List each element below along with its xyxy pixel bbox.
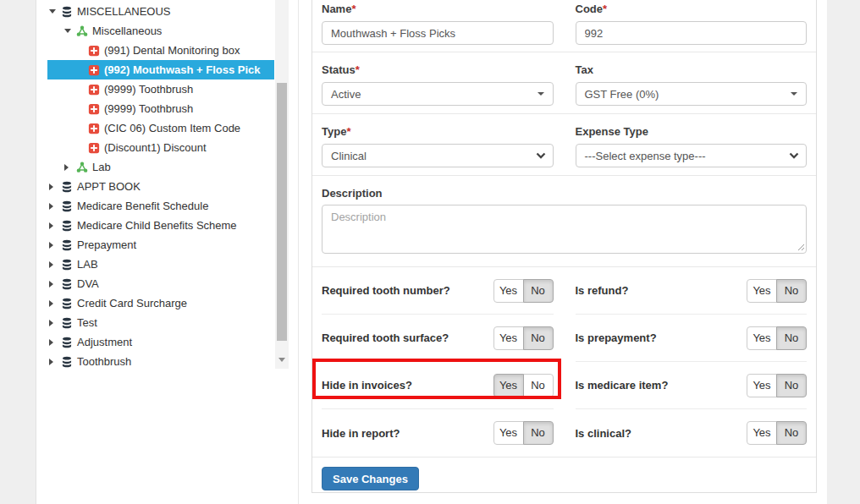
tree-item-label: Credit Card Surcharge — [77, 297, 187, 310]
yes-button[interactable]: Yes — [493, 374, 524, 397]
caret-right-icon[interactable] — [49, 242, 56, 249]
database-icon — [61, 278, 73, 290]
toggle-question-label: Is refund? — [576, 284, 629, 297]
yes-button[interactable]: Yes — [747, 374, 777, 397]
caret-right-icon[interactable] — [49, 281, 56, 288]
caret-down-icon[interactable] — [64, 29, 71, 33]
caret-right-icon[interactable] — [49, 339, 56, 346]
medical-plus-icon — [88, 84, 100, 96]
description-textarea[interactable] — [322, 205, 807, 254]
caret-down-icon — [791, 92, 797, 96]
type-expense-section: Type* Clinical Expense Type ---Select ex… — [312, 114, 816, 176]
caret-right-icon[interactable] — [49, 320, 56, 326]
tree-item-miscellaneous[interactable]: Miscellaneous — [36, 21, 298, 41]
code-input[interactable] — [576, 21, 808, 45]
no-button[interactable]: No — [523, 326, 554, 350]
caret-down-icon[interactable] — [49, 9, 56, 14]
medical-plus-icon — [88, 45, 100, 57]
no-button[interactable]: No — [776, 374, 807, 397]
caret-right-icon[interactable] — [49, 300, 56, 307]
yes-button[interactable]: Yes — [493, 279, 524, 303]
medical-plus-icon — [88, 142, 100, 154]
tree-item-991-dental-monitoring-box[interactable]: (991) Dental Monitoring box — [36, 41, 298, 60]
no-button[interactable]: No — [523, 421, 554, 445]
status-dropdown[interactable]: Active — [322, 82, 554, 106]
no-button[interactable]: No — [523, 279, 554, 303]
caret-right-icon[interactable] — [49, 222, 56, 229]
tree-item-label: DVA — [77, 277, 99, 290]
no-button[interactable]: No — [776, 326, 807, 350]
tax-dropdown[interactable]: GST Free (0%) — [576, 82, 808, 106]
tree-item-label: Lab — [92, 161, 111, 173]
toggle-question-label: Required tooth surface? — [322, 331, 449, 344]
tree-item-test[interactable]: Test — [36, 313, 298, 332]
tree-item-label: MISCELLANEOUS — [77, 5, 171, 18]
caret-right-icon[interactable] — [64, 164, 71, 171]
tree-item-credit-card-surcharge[interactable]: Credit Card Surcharge — [36, 293, 298, 313]
no-button[interactable]: No — [523, 374, 554, 397]
tree-item-label: LAB — [77, 258, 98, 271]
toggle-required-tooth-surface: Required tooth surface? Yes No — [322, 315, 554, 362]
medical-plus-icon — [88, 123, 100, 134]
required-asterisk: * — [346, 125, 350, 138]
tree-item-label: (9999) Toothbrush — [104, 83, 193, 96]
caret-right-icon[interactable] — [49, 359, 56, 365]
save-changes-button[interactable]: Save Changes — [322, 467, 419, 490]
sidebar-scrollbar[interactable] — [275, 0, 289, 369]
type-label: Type — [322, 125, 346, 138]
tree-item-cic06-custom-item-code[interactable]: (CIC 06) Custom Item Code — [36, 118, 298, 138]
caret-right-icon[interactable] — [49, 184, 56, 190]
toggle-hide-in-report: Hide in report? Yes No — [322, 409, 554, 457]
content-card: MISCELLANEOUS Miscellaneous (991) Dental… — [36, 0, 827, 504]
yes-button[interactable]: Yes — [747, 421, 777, 445]
tree-item-appt-book[interactable]: APPT BOOK — [36, 177, 298, 196]
no-button[interactable]: No — [776, 279, 807, 303]
tree-item-medicare-child-benefits-scheme[interactable]: Medicare Child Benefits Scheme — [36, 216, 298, 235]
yes-button[interactable]: Yes — [493, 421, 524, 445]
caret-right-icon[interactable] — [49, 203, 56, 210]
tree-item-label: Test — [77, 316, 97, 329]
name-input[interactable] — [322, 21, 554, 45]
tree-item-label: (Discount1) Discount — [104, 141, 207, 154]
toggle-is-refund: Is refund? Yes No — [576, 267, 808, 315]
required-asterisk: * — [356, 63, 360, 76]
no-button[interactable]: No — [776, 421, 807, 445]
toggle-options-section: Required tooth number? Yes No Is refund?… — [312, 267, 816, 457]
tree-item-lab[interactable]: Lab — [36, 157, 298, 177]
tree-item-9999-toothbrush-1[interactable]: (9999) Toothbrush — [36, 79, 298, 99]
tree-item-lab-upper[interactable]: LAB — [36, 255, 298, 274]
toggle-question-label: Is clinical? — [576, 427, 631, 440]
tree-item-dva[interactable]: DVA — [36, 274, 298, 293]
caret-right-icon[interactable] — [49, 261, 56, 268]
status-tax-section: Status* Active Tax GST Free (0%) — [312, 52, 816, 114]
tree-item-adjustment[interactable]: Adjustment — [36, 332, 298, 352]
expense-type-select[interactable]: ---Select expense type--- — [576, 144, 808, 167]
tree-item-medicare-benefit-schedule[interactable]: Medicare Benefit Schedule — [36, 196, 298, 216]
tree-item-9999-toothbrush-2[interactable]: (9999) Toothbrush — [36, 99, 298, 118]
tax-value: GST Free (0%) — [585, 88, 659, 101]
tax-label: Tax — [576, 63, 593, 76]
name-label: Name — [322, 3, 351, 15]
chevron-down-icon — [536, 152, 546, 159]
scrollbar-down-arrow-icon[interactable] — [275, 353, 289, 365]
yes-button[interactable]: Yes — [493, 326, 524, 350]
tree-item-prepayment[interactable]: Prepayment — [36, 235, 298, 255]
tree-item-label: Adjustment — [77, 336, 132, 348]
tree-item-label: Medicare Child Benefits Scheme — [77, 219, 237, 232]
tree-item-discount1-discount[interactable]: (Discount1) Discount — [36, 138, 298, 157]
tree-item-992-mouthwash-floss-pick[interactable]: (992) Mouthwash + Floss Pick — [36, 60, 298, 79]
yes-button[interactable]: Yes — [747, 279, 777, 303]
database-icon — [61, 317, 73, 329]
scrollbar-thumb[interactable] — [277, 83, 287, 341]
chevron-down-icon — [789, 152, 799, 159]
app-page: MISCELLANEOUS Miscellaneous (991) Dental… — [0, 0, 860, 504]
tree-item-toothbrush[interactable]: Toothbrush — [36, 352, 298, 371]
toggle-question-label: Hide in report? — [322, 427, 400, 440]
category-tree-sidebar: MISCELLANEOUS Miscellaneous (991) Dental… — [36, 0, 299, 504]
yes-button[interactable]: Yes — [747, 326, 777, 350]
medical-plus-icon — [88, 64, 100, 76]
tree-item-miscellaneous-group[interactable]: MISCELLANEOUS — [36, 2, 298, 21]
type-select[interactable]: Clinical — [322, 144, 554, 167]
toggle-hide-in-invoices: Hide in invoices? Yes No — [322, 362, 554, 409]
database-icon — [61, 200, 73, 212]
